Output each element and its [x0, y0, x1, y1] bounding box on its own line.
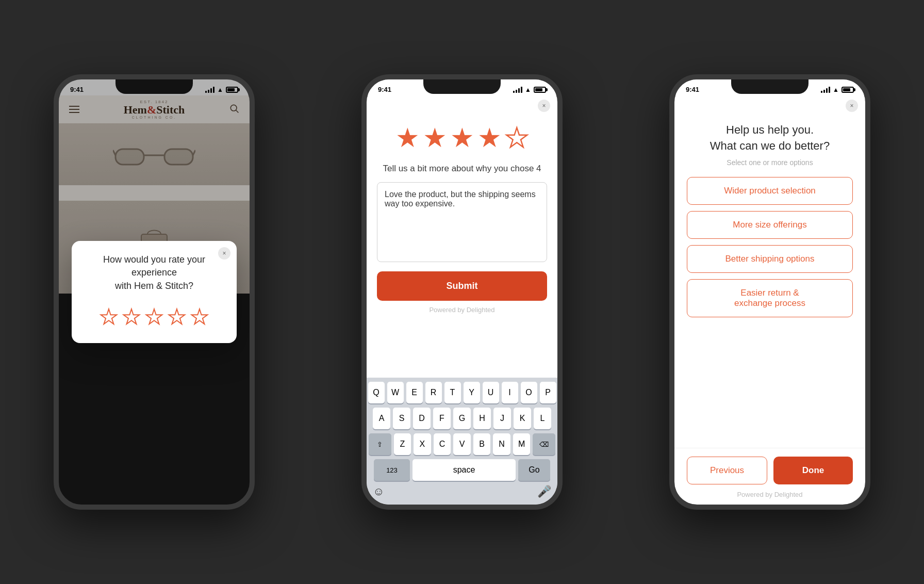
options-nav: Previous Done — [687, 457, 853, 484]
key-m[interactable]: M — [513, 433, 531, 455]
key-x[interactable]: X — [414, 433, 431, 455]
submit-button[interactable]: Submit — [377, 271, 547, 301]
phone2-signal-icon — [513, 87, 522, 93]
done-button[interactable]: Done — [773, 457, 853, 484]
emoji-key[interactable]: ☺ — [373, 485, 384, 498]
star-3[interactable]: ★ — [145, 305, 163, 329]
star-2[interactable]: ★ — [122, 305, 141, 329]
phone3-notch — [731, 79, 808, 94]
key-b[interactable]: B — [473, 433, 491, 455]
key-n[interactable]: N — [493, 433, 510, 455]
key-c[interactable]: C — [434, 433, 451, 455]
star-5[interactable]: ★ — [190, 305, 209, 329]
options-content: Help us help you. What can we do better?… — [674, 112, 865, 448]
phone3-time: 9:41 — [686, 86, 699, 93]
keyboard-row-4: 123 space Go — [369, 459, 555, 481]
powered-by-footer: Powered by Delighted — [687, 491, 853, 498]
phone3-signal-icon — [821, 87, 830, 93]
phone2: 9:41 ▲ × — [361, 74, 563, 510]
phone3-wifi-icon: ▲ — [833, 86, 839, 93]
key-r[interactable]: R — [425, 382, 442, 403]
phone1-wrapper: 9:41 ▲ — [1, 0, 308, 584]
phone3-close-button[interactable]: × — [846, 100, 858, 112]
big-star-4[interactable]: ★ — [477, 122, 502, 153]
phone3-screen: 9:41 ▲ × — [674, 79, 865, 505]
phone1-screen: 9:41 ▲ — [59, 79, 250, 505]
phone1: 9:41 ▲ — [54, 74, 255, 510]
key-o[interactable]: O — [521, 382, 537, 403]
rating-modal: × How would you rate your experience wit… — [72, 241, 237, 343]
keyboard-bottom-row: ☺ 🎤 — [369, 485, 555, 502]
big-star-1[interactable]: ★ — [395, 122, 420, 153]
big-stars-row[interactable]: ★ ★ ★ ★ ★ — [377, 122, 547, 153]
option-more-sizes[interactable]: More size offerings — [687, 211, 853, 239]
options-title: Help us help you. What can we do better? — [687, 122, 853, 154]
mic-key[interactable]: 🎤 — [537, 485, 551, 498]
key-z[interactable]: Z — [394, 433, 411, 455]
key-q[interactable]: Q — [368, 382, 385, 403]
key-e[interactable]: E — [406, 382, 423, 403]
phone2-status-icons: ▲ — [513, 86, 546, 93]
keyboard-row-1: Q W E R T Y U I O P — [369, 382, 555, 403]
powered-by-label: Powered by Delighted — [377, 306, 547, 314]
keyboard[interactable]: Q W E R T Y U I O P A S D F G — [367, 378, 557, 505]
phone2-wifi-icon: ▲ — [525, 86, 531, 93]
phone2-screen: 9:41 ▲ × — [367, 79, 557, 505]
key-u[interactable]: U — [483, 382, 499, 403]
key-f[interactable]: F — [433, 408, 451, 429]
rating-stars[interactable]: ★ ★ ★ ★ ★ — [84, 305, 224, 329]
big-star-5[interactable]: ★ — [505, 122, 529, 153]
options-subtitle: Select one or more options — [687, 158, 853, 167]
key-k[interactable]: K — [514, 408, 531, 429]
phone3-status-icons: ▲ — [821, 86, 854, 93]
key-a[interactable]: A — [373, 408, 390, 429]
modal-title: How would you rate your experience with … — [84, 253, 224, 293]
key-123[interactable]: 123 — [374, 459, 410, 481]
phone2-close-button[interactable]: × — [538, 100, 550, 112]
key-shift[interactable]: ⇧ — [369, 433, 391, 455]
options-footer: Previous Done Powered by Delighted — [674, 448, 865, 505]
modal-overlay: × How would you rate your experience wit… — [59, 79, 250, 505]
previous-button[interactable]: Previous — [687, 457, 767, 484]
key-i[interactable]: I — [502, 382, 518, 403]
review-textarea[interactable]: Love the product, but the shipping seems… — [377, 182, 547, 262]
big-star-2[interactable]: ★ — [423, 122, 447, 153]
star-1[interactable]: ★ — [100, 305, 118, 329]
option-better-shipping[interactable]: Better shipping options — [687, 245, 853, 273]
big-star-3[interactable]: ★ — [450, 122, 474, 153]
phone2-time: 9:41 — [378, 86, 391, 93]
key-l[interactable]: L — [534, 408, 551, 429]
star-4[interactable]: ★ — [168, 305, 186, 329]
phone3-wrapper: 9:41 ▲ × — [616, 0, 924, 584]
option-wider-product[interactable]: Wider product selection — [687, 177, 853, 205]
phone3-battery-icon — [842, 87, 854, 93]
keyboard-row-2: A S D F G H J K L — [369, 408, 555, 429]
key-g[interactable]: G — [453, 408, 471, 429]
modal-close-button[interactable]: × — [218, 247, 230, 259]
phone2-battery-icon — [534, 87, 546, 93]
phone2-notch — [423, 79, 501, 94]
key-v[interactable]: V — [453, 433, 471, 455]
phone2-wrapper: 9:41 ▲ × — [308, 0, 616, 584]
key-t[interactable]: T — [444, 382, 461, 403]
key-h[interactable]: H — [473, 408, 491, 429]
key-d[interactable]: D — [413, 408, 431, 429]
keyboard-row-3: ⇧ Z X C V B N M ⌫ — [369, 433, 555, 455]
phone3: 9:41 ▲ × — [669, 74, 870, 510]
key-space[interactable]: space — [412, 459, 516, 481]
key-s[interactable]: S — [393, 408, 410, 429]
review-question: Tell us a bit more about why you chose 4 — [377, 164, 547, 174]
option-easier-return[interactable]: Easier return &exchange process — [687, 279, 853, 317]
key-delete[interactable]: ⌫ — [533, 433, 555, 455]
key-go[interactable]: Go — [518, 459, 550, 481]
key-w[interactable]: W — [387, 382, 404, 403]
review-content: ★ ★ ★ ★ ★ Tell us a bit more about why y… — [367, 112, 557, 322]
key-j[interactable]: J — [493, 408, 511, 429]
key-p[interactable]: P — [540, 382, 556, 403]
key-y[interactable]: Y — [464, 382, 480, 403]
